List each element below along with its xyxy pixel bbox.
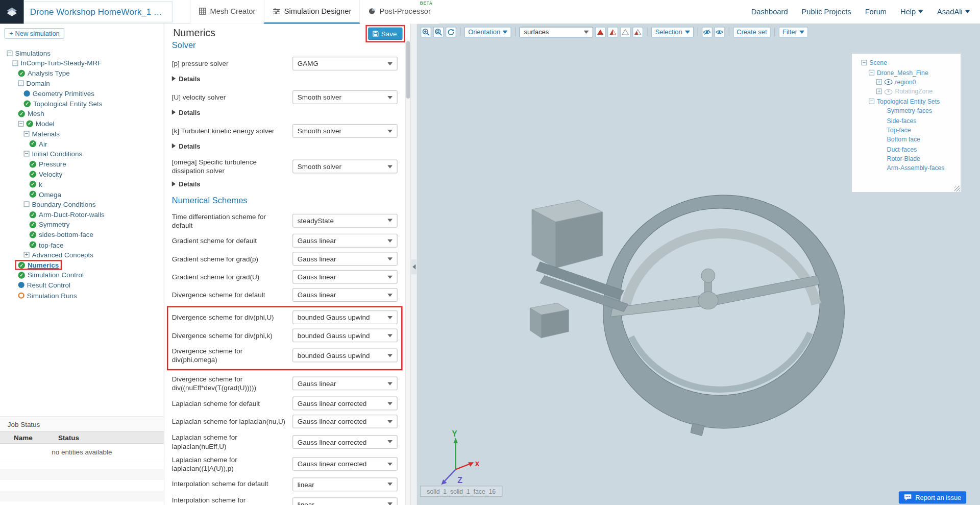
collapse-icon[interactable]: − xyxy=(18,81,24,86)
collapse-icon[interactable]: − xyxy=(24,202,30,207)
select-omega-specific-turbulence-dissipation-solver[interactable]: Smooth solver xyxy=(292,160,398,174)
tree-item-boundary-conditions[interactable]: −Boundary Conditions xyxy=(0,199,164,209)
tab-simulation-designer[interactable]: Simulation Designer xyxy=(263,0,360,23)
collapse-icon[interactable]: − xyxy=(24,131,30,137)
tree-item-numerics[interactable]: ✓Numerics xyxy=(0,260,164,270)
select-gradient-scheme-for-default[interactable]: Gauss linear xyxy=(292,234,398,248)
new-simulation-button[interactable]: + New simulation xyxy=(5,28,65,39)
tree-item-model[interactable]: −✓Model xyxy=(0,118,164,129)
select-divergence-scheme-for-div-nueff-dev-t-grad-u[interactable]: Gauss linear xyxy=(292,377,398,391)
mesh-metric-button-3[interactable] xyxy=(620,27,631,37)
select-laplacian-scheme-for-default[interactable]: Gauss linear corrected xyxy=(292,397,398,411)
mesh-metric-button-2[interactable] xyxy=(608,27,619,37)
tree-item-velocity[interactable]: ✓Velocity xyxy=(0,169,164,179)
collapse-icon[interactable]: − xyxy=(861,60,867,65)
details-toggle[interactable]: Details xyxy=(172,142,398,150)
nav-user-menu[interactable]: AsadAli xyxy=(937,7,970,16)
collapse-panel-button[interactable] xyxy=(411,259,417,274)
scene-item-side-faces[interactable]: Side-faces xyxy=(854,115,958,125)
tree-item-result-control[interactable]: Result Control xyxy=(0,280,164,291)
nav-forum[interactable]: Forum xyxy=(865,7,887,16)
tree-item-simulation-runs[interactable]: Simulation Runs xyxy=(0,290,164,300)
select-p-pressure-solver[interactable]: GAMG xyxy=(292,57,398,70)
details-toggle[interactable]: Details xyxy=(172,180,398,187)
select-gradient-scheme-for-grad-u[interactable]: Gauss linear xyxy=(292,270,398,284)
scene-item-top-face[interactable]: Top-face xyxy=(854,125,958,135)
select-divergence-scheme-for-default[interactable]: Gauss linear xyxy=(292,288,398,302)
select-divergence-scheme-for-div-phi-omega[interactable]: bounded Gauss upwind xyxy=(292,349,398,363)
select-laplacian-scheme-for-laplacian-1-a-u-p[interactable]: Gauss linear corrected xyxy=(292,457,398,471)
tree-item-geometry-primitives[interactable]: Geometry Primitives xyxy=(0,88,164,99)
collapse-icon[interactable]: − xyxy=(24,151,30,157)
select-gradient-scheme-for-grad-p[interactable]: Gauss linear xyxy=(292,252,398,266)
tree-item-arm-duct-rotor-walls[interactable]: ✓Arm-Duct-Rotor-walls xyxy=(0,209,164,220)
select-divergence-scheme-for-div-phi-u[interactable]: bounded Gauss upwind xyxy=(292,310,398,324)
tree-item-sides-bottom-face[interactable]: ✓sides-bottom-face xyxy=(0,230,164,240)
panel-scrollbar[interactable] xyxy=(405,40,410,505)
selection-dropdown[interactable]: Selection xyxy=(651,27,693,37)
hide-selection-button[interactable] xyxy=(702,27,713,37)
collapse-icon[interactable]: − xyxy=(7,50,12,56)
report-issue-button[interactable]: Report an issue xyxy=(899,491,966,503)
render-mode-select[interactable]: surfaces xyxy=(520,27,593,37)
scene-item-symmetry-faces[interactable]: Symmetry-faces xyxy=(854,106,958,116)
tree-item-domain[interactable]: −Domain xyxy=(0,78,164,88)
tree-item-simulation-control[interactable]: ✓Simulation Control xyxy=(0,270,164,280)
nav-dashboard[interactable]: Dashboard xyxy=(751,7,788,16)
tree-item-initial-conditions[interactable]: −Initial Conditions xyxy=(0,149,164,159)
mesh-metric-button-1[interactable] xyxy=(595,27,606,37)
tab-post-processor[interactable]: BETA Post-Processor xyxy=(360,0,438,23)
select-laplacian-scheme-for-laplacian-nueff-u[interactable]: Gauss linear corrected xyxy=(292,435,398,449)
mesh-metric-button-4[interactable] xyxy=(633,27,644,37)
reset-view-button[interactable] xyxy=(446,27,456,37)
tree-item-incomp-turb-steady-mrf[interactable]: −InComp-Turb-Steady-MRF xyxy=(0,58,164,68)
nav-public-projects[interactable]: Public Projects xyxy=(802,7,851,16)
panel-splitter[interactable] xyxy=(410,23,418,505)
scene-item-region0[interactable]: +region0 xyxy=(854,77,958,87)
tree-item-materials[interactable]: −Materials xyxy=(0,129,164,139)
tab-mesh-creator[interactable]: Mesh Creator xyxy=(190,0,263,23)
create-set-button[interactable]: Create set xyxy=(733,27,771,37)
details-toggle[interactable]: Details xyxy=(172,108,398,116)
tree-item-symmetry[interactable]: ✓Symmetry xyxy=(0,220,164,230)
scrollbar-thumb[interactable] xyxy=(406,41,410,99)
tree-item-analysis-type[interactable]: ✓Analysis Type xyxy=(0,68,164,79)
tree-item-k[interactable]: ✓k xyxy=(0,179,164,189)
select-time-differentiation-scheme-for-default[interactable]: steadyState xyxy=(292,214,398,228)
zoom-in-button[interactable] xyxy=(421,27,431,37)
tree-item-air[interactable]: ✓Air xyxy=(0,139,164,149)
tree-item-simulations[interactable]: −Simulations xyxy=(0,48,164,58)
tree-item-top-face[interactable]: ✓top-face xyxy=(0,240,164,250)
tree-item-omega[interactable]: ✓Omega xyxy=(0,189,164,200)
expand-icon[interactable]: + xyxy=(876,89,882,94)
collapse-icon[interactable]: − xyxy=(12,60,18,66)
rotor-hub[interactable] xyxy=(698,292,718,309)
tree-item-advanced-concepts[interactable]: +Advanced Concepts xyxy=(0,250,164,260)
expand-icon[interactable]: + xyxy=(876,79,882,85)
select-k-turbulent-kinetic-energy-solver[interactable]: Smooth solver xyxy=(292,124,398,138)
collapse-icon[interactable]: − xyxy=(869,99,874,104)
scene-item-arm-assembly-faces[interactable]: Arm-Assembly-faces xyxy=(854,163,958,173)
collapse-icon[interactable]: − xyxy=(18,121,24,127)
tree-item-topological-entity-sets[interactable]: ✓Topological Entity Sets xyxy=(0,99,164,109)
select-u-velocity-solver[interactable]: Smooth solver xyxy=(292,90,398,104)
zoom-fit-button[interactable] xyxy=(433,27,444,37)
project-title-container[interactable]: Drone Workshop HomeWork_1 Ta... xyxy=(24,1,173,22)
select-divergence-scheme-for-div-phi-k[interactable]: bounded Gauss upwind xyxy=(292,329,398,343)
scene-item-bottom-face[interactable]: Bottom face xyxy=(854,135,958,145)
app-logo-icon[interactable] xyxy=(0,0,24,23)
eye-icon[interactable] xyxy=(885,88,893,94)
orientation-dropdown[interactable]: Orientation xyxy=(464,27,511,37)
scene-item-duct-faces[interactable]: Duct-faces xyxy=(854,145,958,154)
select-laplacian-scheme-for-laplacian-nu-u[interactable]: Gauss linear corrected xyxy=(292,415,398,428)
scene-item-rotatingzone[interactable]: +RotatingZone xyxy=(854,87,958,97)
select-interpolation-scheme-for-default[interactable]: linear xyxy=(292,477,398,491)
scene-item-scene[interactable]: −Scene xyxy=(854,58,958,68)
expand-icon[interactable]: + xyxy=(24,252,30,258)
filter-dropdown[interactable]: Filter xyxy=(779,27,808,37)
select-interpolation-scheme-for-interpolate-hbya[interactable]: linear xyxy=(292,497,398,505)
details-toggle[interactable]: Details xyxy=(172,75,398,83)
collapse-icon[interactable]: − xyxy=(869,69,874,75)
tree-item-pressure[interactable]: ✓Pressure xyxy=(0,159,164,169)
scene-item-topological-entity-sets[interactable]: −Topological Entity Sets xyxy=(854,97,958,106)
